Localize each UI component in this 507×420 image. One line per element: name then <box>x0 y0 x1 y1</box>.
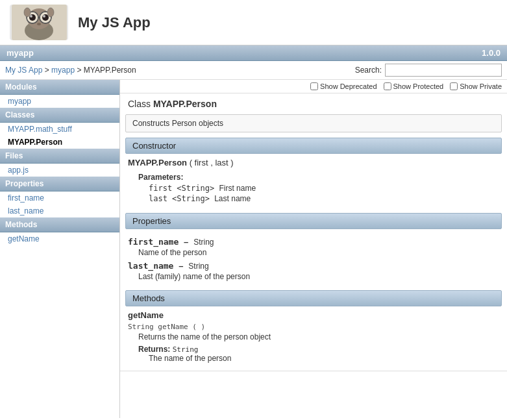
show-protected-text: Show Protected <box>393 82 444 90</box>
sidebar-section-classes: Classes <box>0 108 119 123</box>
sidebar-section-methods: Methods <box>0 217 119 232</box>
svg-point-14 <box>47 8 54 17</box>
constructor-name: MYAPP.Person <box>128 158 187 167</box>
returns-label: Returns: <box>138 345 173 354</box>
show-protected-checkbox[interactable] <box>384 82 391 90</box>
sidebar-section-properties: Properties <box>0 177 119 191</box>
params-block: Parameters: first <String> First name la… <box>128 170 499 206</box>
methods-content: getName String getName ( ) Returns the n… <box>120 306 507 368</box>
svg-point-5 <box>29 14 36 21</box>
navbar-app-name: myapp <box>6 48 34 58</box>
method-getname-desc: Returns the name of the person object <box>128 332 499 341</box>
returns-type: String <box>173 345 199 354</box>
logo <box>10 5 68 40</box>
param-first: first <String> First name <box>138 183 489 193</box>
properties-content: first_name – String Name of the person l… <box>120 229 507 285</box>
app-title: My JS App <box>78 14 151 31</box>
content-area: Show Deprecated Show Protected Show Priv… <box>120 80 507 418</box>
method-getname-sig: String getName ( ) <box>128 323 499 331</box>
breadcrumb-myapp[interactable]: myapp <box>51 66 75 75</box>
sidebar-section-modules: Modules <box>0 80 119 95</box>
sidebar-item-appjs[interactable]: app.js <box>0 164 119 177</box>
property-first-name-title: first_name – String <box>128 237 499 247</box>
methods-section-header: Methods <box>125 290 502 306</box>
search-label: Search: <box>355 66 382 75</box>
navbar: myapp 1.0.0 <box>0 45 507 61</box>
breadcrumb-current: MYAPP.Person <box>84 66 136 75</box>
svg-point-8 <box>43 15 45 18</box>
sidebar-item-last-name[interactable]: last_name <box>0 204 119 217</box>
bottom-divider <box>120 371 507 371</box>
tarsier-image <box>12 5 67 40</box>
navbar-version: 1.0.0 <box>482 48 501 58</box>
params-title: Parameters: <box>138 173 489 182</box>
show-deprecated-text: Show Deprecated <box>320 82 377 90</box>
show-deprecated-checkbox[interactable] <box>310 82 318 90</box>
options-bar: Show Deprecated Show Protected Show Priv… <box>120 80 507 93</box>
class-name: MYAPP.Person <box>153 99 217 109</box>
svg-point-9 <box>37 23 41 25</box>
property-first-name-desc: Name of the person <box>128 248 499 257</box>
property-last-name-title: last_name – String <box>128 261 499 271</box>
breadcrumb-home[interactable]: My JS App <box>5 66 42 75</box>
class-heading: Class MYAPP.Person <box>120 93 507 112</box>
show-private-checkbox[interactable] <box>450 82 458 90</box>
method-getname-title: getName <box>128 310 499 320</box>
constructor-content: MYAPP.Person ( first , last ) Parameters… <box>120 154 507 208</box>
svg-point-13 <box>24 8 31 17</box>
show-protected-label[interactable]: Show Protected <box>384 82 444 90</box>
breadcrumb-bar: My JS App > myapp > MYAPP.Person Search: <box>0 61 507 80</box>
sidebar-section-files: Files <box>0 149 119 164</box>
class-label: Class <box>128 99 153 109</box>
constructor-signature: MYAPP.Person ( first , last ) <box>128 158 499 167</box>
constructor-section-header: Constructor <box>125 138 502 154</box>
returns-desc: The name of the person <box>138 354 499 363</box>
header: My JS App <box>0 0 507 45</box>
search-input[interactable] <box>385 64 502 77</box>
show-deprecated-label[interactable]: Show Deprecated <box>310 82 377 90</box>
sidebar: Modules myapp Classes MYAPP.math_stuff M… <box>0 80 120 418</box>
svg-point-6 <box>42 14 49 21</box>
sidebar-item-myapp[interactable]: myapp <box>0 95 119 108</box>
sidebar-item-myapp-person[interactable]: MYAPP.Person <box>0 136 119 149</box>
main-layout: Modules myapp Classes MYAPP.math_stuff M… <box>0 80 507 418</box>
show-private-label[interactable]: Show Private <box>450 82 502 90</box>
sidebar-item-first-name[interactable]: first_name <box>0 191 119 204</box>
param-last: last <String> Last name <box>138 193 489 204</box>
sidebar-item-getname[interactable]: getName <box>0 232 119 245</box>
sidebar-item-myapp-math-stuff[interactable]: MYAPP.math_stuff <box>0 123 119 136</box>
properties-section-header: Properties <box>125 213 502 229</box>
property-last-name-desc: Last (family) name of the person <box>128 272 499 281</box>
svg-point-7 <box>30 15 32 18</box>
method-getname-returns: Returns: String The name of the person <box>128 344 499 363</box>
show-private-text: Show Private <box>460 82 502 90</box>
breadcrumb: My JS App > myapp > MYAPP.Person <box>5 66 136 75</box>
class-description: Constructs Person objects <box>125 114 502 132</box>
search-area: Search: <box>355 64 502 77</box>
